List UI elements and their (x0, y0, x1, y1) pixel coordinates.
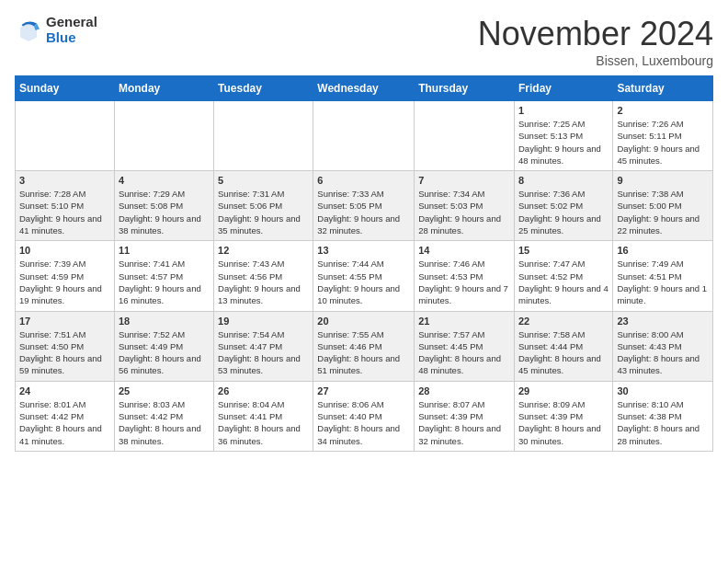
calendar-cell: 17Sunrise: 7:51 AM Sunset: 4:50 PM Dayli… (16, 311, 115, 381)
day-info: Sunrise: 7:28 AM Sunset: 5:10 PM Dayligh… (19, 188, 110, 236)
day-info: Sunrise: 7:47 AM Sunset: 4:52 PM Dayligh… (518, 258, 609, 306)
day-info: Sunrise: 8:07 AM Sunset: 4:39 PM Dayligh… (418, 398, 510, 447)
day-number: 4 (119, 175, 210, 186)
day-info: Sunrise: 8:03 AM Sunset: 4:42 PM Dayligh… (119, 398, 210, 447)
col-header-monday: Monday (114, 76, 213, 101)
day-number: 18 (119, 316, 210, 327)
logo: General Blue (15, 15, 97, 45)
day-number: 16 (617, 245, 709, 256)
day-info: Sunrise: 7:38 AM Sunset: 5:00 PM Dayligh… (617, 188, 709, 236)
calendar-cell: 20Sunrise: 7:55 AM Sunset: 4:46 PM Dayli… (313, 311, 415, 381)
day-info: Sunrise: 8:09 AM Sunset: 4:39 PM Dayligh… (518, 398, 609, 447)
calendar-cell: 18Sunrise: 7:52 AM Sunset: 4:49 PM Dayli… (114, 311, 213, 381)
day-info: Sunrise: 7:41 AM Sunset: 4:57 PM Dayligh… (119, 258, 210, 306)
day-info: Sunrise: 7:49 AM Sunset: 4:51 PM Dayligh… (617, 258, 709, 306)
calendar-cell (114, 101, 213, 171)
calendar-cell: 1Sunrise: 7:25 AM Sunset: 5:13 PM Daylig… (514, 101, 612, 171)
day-info: Sunrise: 8:01 AM Sunset: 4:42 PM Dayligh… (19, 398, 110, 447)
calendar-cell: 2Sunrise: 7:26 AM Sunset: 5:11 PM Daylig… (613, 101, 713, 171)
day-number: 9 (617, 175, 709, 186)
calendar-cell: 21Sunrise: 7:57 AM Sunset: 4:45 PM Dayli… (415, 311, 515, 381)
logo-blue-text: Blue (46, 30, 97, 46)
day-info: Sunrise: 8:00 AM Sunset: 4:43 PM Dayligh… (617, 328, 709, 377)
calendar-week-2: 3Sunrise: 7:28 AM Sunset: 5:10 PM Daylig… (16, 171, 713, 241)
day-number: 26 (218, 385, 309, 396)
calendar-cell (313, 101, 415, 171)
day-info: Sunrise: 8:06 AM Sunset: 4:40 PM Dayligh… (317, 398, 410, 447)
day-number: 17 (19, 316, 110, 327)
day-number: 12 (218, 245, 309, 256)
day-number: 8 (518, 175, 609, 186)
day-info: Sunrise: 7:33 AM Sunset: 5:05 PM Dayligh… (317, 188, 410, 236)
day-number: 21 (418, 316, 510, 327)
calendar-cell: 19Sunrise: 7:54 AM Sunset: 4:47 PM Dayli… (214, 311, 313, 381)
day-number: 30 (617, 385, 709, 396)
day-number: 2 (617, 105, 709, 116)
day-info: Sunrise: 7:39 AM Sunset: 4:59 PM Dayligh… (19, 258, 110, 306)
col-header-sunday: Sunday (16, 76, 115, 101)
calendar-week-3: 10Sunrise: 7:39 AM Sunset: 4:59 PM Dayli… (16, 241, 713, 311)
day-number: 19 (218, 316, 309, 327)
col-header-tuesday: Tuesday (214, 76, 313, 101)
day-info: Sunrise: 7:54 AM Sunset: 4:47 PM Dayligh… (218, 328, 309, 377)
day-info: Sunrise: 7:55 AM Sunset: 4:46 PM Dayligh… (317, 328, 410, 377)
calendar-cell: 9Sunrise: 7:38 AM Sunset: 5:00 PM Daylig… (613, 171, 713, 241)
day-number: 13 (317, 245, 410, 256)
calendar-cell: 26Sunrise: 8:04 AM Sunset: 4:41 PM Dayli… (214, 381, 313, 451)
location: Bissen, Luxembourg (478, 53, 713, 68)
calendar-cell: 27Sunrise: 8:06 AM Sunset: 4:40 PM Dayli… (313, 381, 415, 451)
day-number: 24 (19, 385, 110, 396)
calendar-cell: 7Sunrise: 7:34 AM Sunset: 5:03 PM Daylig… (415, 171, 515, 241)
day-info: Sunrise: 7:31 AM Sunset: 5:06 PM Dayligh… (218, 188, 309, 236)
day-info: Sunrise: 8:04 AM Sunset: 4:41 PM Dayligh… (218, 398, 309, 447)
calendar-cell (16, 101, 115, 171)
logo-general-text: General (46, 15, 97, 30)
calendar-header-row: SundayMondayTuesdayWednesdayThursdayFrid… (16, 76, 713, 101)
calendar-cell: 30Sunrise: 8:10 AM Sunset: 4:38 PM Dayli… (613, 381, 713, 451)
day-number: 3 (19, 175, 110, 186)
col-header-friday: Friday (514, 76, 612, 101)
day-number: 10 (19, 245, 110, 256)
calendar-week-1: 1Sunrise: 7:25 AM Sunset: 5:13 PM Daylig… (16, 101, 713, 171)
calendar-cell: 23Sunrise: 8:00 AM Sunset: 4:43 PM Dayli… (613, 311, 713, 381)
day-info: Sunrise: 7:44 AM Sunset: 4:55 PM Dayligh… (317, 258, 410, 306)
page-header: General Blue November 2024 Bissen, Luxem… (15, 15, 713, 68)
day-info: Sunrise: 7:52 AM Sunset: 4:49 PM Dayligh… (119, 328, 210, 377)
calendar-cell: 16Sunrise: 7:49 AM Sunset: 4:51 PM Dayli… (613, 241, 713, 311)
calendar-cell: 14Sunrise: 7:46 AM Sunset: 4:53 PM Dayli… (415, 241, 515, 311)
day-number: 14 (418, 245, 510, 256)
calendar-cell: 8Sunrise: 7:36 AM Sunset: 5:02 PM Daylig… (514, 171, 612, 241)
month-title: November 2024 (478, 15, 713, 53)
calendar-cell: 24Sunrise: 8:01 AM Sunset: 4:42 PM Dayli… (16, 381, 115, 451)
logo-icon (15, 17, 42, 44)
calendar-cell (415, 101, 515, 171)
day-number: 15 (518, 245, 609, 256)
col-header-wednesday: Wednesday (313, 76, 415, 101)
day-info: Sunrise: 8:10 AM Sunset: 4:38 PM Dayligh… (617, 398, 709, 447)
logo-text: General Blue (46, 15, 97, 45)
calendar-cell: 6Sunrise: 7:33 AM Sunset: 5:05 PM Daylig… (313, 171, 415, 241)
calendar-cell: 3Sunrise: 7:28 AM Sunset: 5:10 PM Daylig… (16, 171, 115, 241)
day-number: 29 (518, 385, 609, 396)
day-number: 28 (418, 385, 510, 396)
calendar-cell: 25Sunrise: 8:03 AM Sunset: 4:42 PM Dayli… (114, 381, 213, 451)
day-number: 11 (119, 245, 210, 256)
day-number: 5 (218, 175, 309, 186)
day-number: 20 (317, 316, 410, 327)
day-info: Sunrise: 7:43 AM Sunset: 4:56 PM Dayligh… (218, 258, 309, 306)
day-number: 25 (119, 385, 210, 396)
calendar-cell: 5Sunrise: 7:31 AM Sunset: 5:06 PM Daylig… (214, 171, 313, 241)
calendar-table: SundayMondayTuesdayWednesdayThursdayFrid… (15, 75, 713, 452)
calendar-cell: 12Sunrise: 7:43 AM Sunset: 4:56 PM Dayli… (214, 241, 313, 311)
calendar-cell: 10Sunrise: 7:39 AM Sunset: 4:59 PM Dayli… (16, 241, 115, 311)
calendar-cell: 15Sunrise: 7:47 AM Sunset: 4:52 PM Dayli… (514, 241, 612, 311)
col-header-thursday: Thursday (415, 76, 515, 101)
calendar-cell: 28Sunrise: 8:07 AM Sunset: 4:39 PM Dayli… (415, 381, 515, 451)
day-number: 27 (317, 385, 410, 396)
day-info: Sunrise: 7:57 AM Sunset: 4:45 PM Dayligh… (418, 328, 510, 377)
calendar-week-4: 17Sunrise: 7:51 AM Sunset: 4:50 PM Dayli… (16, 311, 713, 381)
day-number: 1 (518, 105, 609, 116)
day-info: Sunrise: 7:46 AM Sunset: 4:53 PM Dayligh… (418, 258, 510, 306)
day-info: Sunrise: 7:29 AM Sunset: 5:08 PM Dayligh… (119, 188, 210, 236)
calendar-cell: 11Sunrise: 7:41 AM Sunset: 4:57 PM Dayli… (114, 241, 213, 311)
